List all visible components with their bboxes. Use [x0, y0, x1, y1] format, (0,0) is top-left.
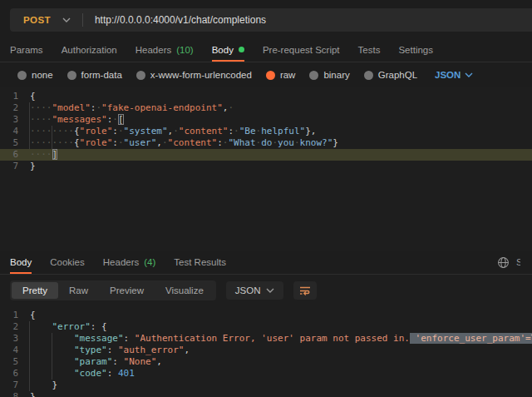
body-mode-binary[interactable]: binary [309, 70, 349, 80]
tab-label: Headers [103, 257, 139, 267]
request-tab-pre-request-script[interactable]: Pre-request Script [263, 38, 340, 62]
mode-label: binary [323, 70, 349, 80]
response-language-label: JSON [235, 285, 261, 295]
line-content: ····"messages":·[ [30, 114, 124, 126]
request-tab-params[interactable]: Params [10, 38, 43, 62]
code-line-8[interactable]: 8} [0, 391, 532, 397]
line-number: 1 [0, 91, 30, 102]
mode-label: raw [280, 70, 296, 80]
unsaved-dot-icon [239, 47, 244, 52]
code-line-4[interactable]: 4········{"role":·"system",·"content":·"… [0, 126, 532, 137]
tab-label: Body [212, 45, 234, 55]
radio-icon [266, 71, 275, 80]
code-line-2[interactable]: 2····"model":·"fake-openai-endpoint",· [0, 102, 532, 114]
code-line-6[interactable]: 6 "code": 401 [0, 368, 532, 380]
code-line-2[interactable]: 2 "error": { [0, 321, 532, 333]
line-number: 4 [0, 126, 30, 137]
line-content: { [30, 91, 36, 102]
line-number: 4 [0, 345, 30, 356]
tab-label: Pre-request Script [263, 45, 340, 55]
mode-label: x-www-form-urlencoded [150, 70, 252, 80]
body-mode-raw[interactable]: raw [266, 70, 296, 80]
response-view-switcher: PrettyRawPreviewVisualize [10, 280, 216, 300]
line-content: ········{"role":·"user",·"content":·"Wha… [30, 137, 338, 149]
view-pretty-button[interactable]: Pretty [12, 282, 58, 299]
line-content: } [30, 391, 36, 397]
response-language-dropdown[interactable]: JSON [226, 281, 284, 300]
status-text-clipped: S [516, 257, 520, 267]
mode-label: GraphQL [378, 70, 417, 80]
response-tab-headers[interactable]: Headers(4) [103, 251, 156, 274]
body-mode-none[interactable]: none [17, 70, 53, 80]
code-line-7[interactable]: 7 } [0, 380, 532, 391]
tab-label: Body [10, 257, 32, 267]
request-tab-tests[interactable]: Tests [358, 38, 381, 62]
view-raw-button[interactable]: Raw [58, 282, 99, 299]
code-line-3[interactable]: 3 "message": "Authentication Error, 'use… [0, 333, 532, 345]
wrap-text-icon [298, 285, 312, 296]
wrap-text-button[interactable] [293, 281, 317, 300]
body-mode-x-www-form-urlencoded[interactable]: x-www-form-urlencoded [136, 70, 252, 80]
response-tab-cookies[interactable]: Cookies [50, 251, 85, 274]
line-number: 2 [0, 321, 30, 333]
response-body-editor[interactable]: 1{2 "error": {3 "message": "Authenticati… [0, 306, 532, 397]
selected-text: 'enforce_user_param'=True" [410, 333, 532, 344]
view-visualize-button[interactable]: Visualize [155, 282, 214, 299]
response-tabs: BodyCookiesHeaders(4)Test ResultsS [0, 251, 532, 275]
code-line-7[interactable]: 7} [0, 161, 532, 172]
line-number: 2 [0, 102, 30, 114]
request-tab-headers[interactable]: Headers(10) [135, 38, 194, 62]
code-line-4[interactable]: 4 "type": "auth_error", [0, 345, 532, 356]
tab-count-badge: (4) [144, 257, 155, 267]
tab-label: Cookies [50, 257, 85, 267]
globe-icon[interactable] [497, 256, 510, 269]
url-bar: POST http://0.0.0.0:4000/v1/chat/complet… [10, 8, 532, 32]
mode-label: none [32, 70, 53, 80]
line-content: } [30, 161, 36, 172]
request-tab-body[interactable]: Body [212, 38, 244, 62]
chevron-down-icon [465, 72, 473, 77]
tab-label: Authorization [62, 45, 117, 55]
code-line-3[interactable]: 3····"messages":·[ [0, 114, 532, 126]
line-number: 3 [0, 333, 30, 345]
line-number: 8 [0, 391, 30, 397]
line-content: } [30, 380, 57, 391]
method-chevron-icon[interactable] [61, 17, 82, 22]
line-number: 7 [0, 161, 30, 172]
request-tabs: ParamsAuthorizationHeaders(10)BodyPre-re… [0, 38, 532, 62]
line-number: 5 [0, 137, 30, 149]
line-number: 3 [0, 114, 30, 126]
radio-icon [309, 71, 318, 80]
line-number: 5 [0, 356, 30, 368]
code-line-5[interactable]: 5········{"role":·"user",·"content":·"Wh… [0, 137, 532, 149]
line-content: { [30, 310, 36, 321]
code-line-1[interactable]: 1{ [0, 91, 532, 102]
response-tab-body[interactable]: Body [10, 251, 32, 274]
mode-label: form-data [81, 70, 122, 80]
url-input[interactable]: http://0.0.0.0:4000/v1/chat/completions [83, 14, 266, 26]
body-mode-row: noneform-datax-www-form-urlencodedrawbin… [0, 62, 532, 87]
tab-label: Params [10, 45, 43, 55]
code-line-6[interactable]: 6····] [0, 149, 532, 161]
line-content: ········{"role":·"system",·"content":·"B… [30, 126, 316, 137]
line-content: ····] [30, 149, 57, 161]
request-url-row: POST http://0.0.0.0:4000/v1/chat/complet… [0, 0, 532, 38]
response-tab-test-results[interactable]: Test Results [174, 251, 226, 274]
body-mode-form-data[interactable]: form-data [67, 70, 122, 80]
line-number: 1 [0, 310, 30, 321]
radio-icon [136, 71, 145, 80]
request-tab-authorization[interactable]: Authorization [62, 38, 117, 62]
request-tab-settings[interactable]: Settings [398, 38, 433, 62]
view-preview-button[interactable]: Preview [99, 282, 155, 299]
code-line-5[interactable]: 5 "param": "None", [0, 356, 532, 368]
tab-label: Tests [358, 45, 381, 55]
line-number: 7 [0, 380, 30, 391]
code-line-1[interactable]: 1{ [0, 310, 532, 321]
request-language-dropdown[interactable]: JSON [435, 70, 473, 80]
response-toolbar: PrettyRawPreviewVisualize JSON [0, 275, 532, 306]
request-body-editor[interactable]: 1{2····"model":·"fake-openai-endpoint",·… [0, 87, 532, 251]
body-mode-graphql[interactable]: GraphQL [364, 70, 417, 80]
method-selector[interactable]: POST [10, 15, 61, 25]
tab-label: Test Results [174, 257, 226, 267]
line-number: 6 [0, 149, 30, 161]
